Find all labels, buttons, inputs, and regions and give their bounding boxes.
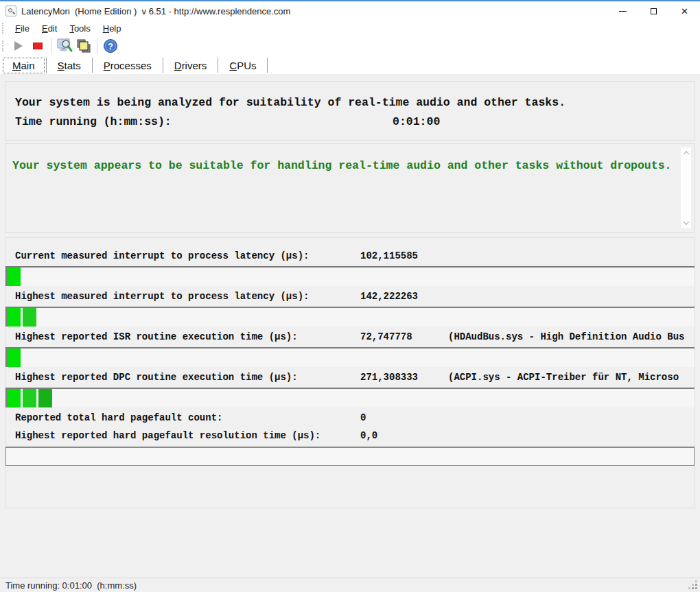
measurement-value: 72,747778 (360, 331, 448, 342)
measurement-label: Highest reported DPC routine execution t… (15, 372, 360, 383)
latency-bar (5, 266, 695, 286)
tab-separator (267, 58, 268, 73)
measurement-driver: (ACPI.sys - ACPI-Treiber für NT, Microso (448, 372, 695, 383)
tab-processes[interactable]: Processes (95, 58, 161, 73)
window-title: LatencyMon (Home Edition ) v 6.51 - http… (21, 6, 290, 16)
maximize-button[interactable] (638, 1, 669, 21)
bar-segment (23, 308, 36, 327)
measurement-row: Highest reported DPC routine execution t… (5, 372, 695, 383)
latency-bar (5, 307, 695, 327)
menu-tools[interactable]: Tools (63, 22, 96, 35)
menu-bar: File Edit Tools Help (0, 21, 700, 36)
analysis-status-line: Your system is being analyzed for suitab… (15, 96, 685, 110)
window-controls: ✕ (607, 1, 700, 21)
chevron-up-icon (683, 151, 688, 156)
bar-segment (7, 348, 21, 367)
menu-file-label: F (15, 23, 21, 34)
menu-help-label: H (103, 23, 109, 34)
magnifier-handle-icon (12, 12, 15, 14)
main-page: Your system is being analyzed for suitab… (0, 74, 700, 578)
menu-file[interactable]: File (9, 22, 36, 35)
resize-grip[interactable] (695, 587, 697, 589)
tab-stats[interactable]: Stats (49, 58, 90, 73)
copy-report-button[interactable] (74, 37, 93, 55)
menu-help[interactable]: Help (97, 22, 128, 35)
measurement-driver (448, 250, 695, 261)
help-icon: ? (103, 38, 118, 54)
latencymon-window: LatencyMon (Home Edition ) v 6.51 - http… (0, 0, 700, 592)
help-button[interactable]: ? (101, 37, 120, 55)
pagefault-time-value: 0,0 (360, 430, 448, 441)
bar-segment (7, 389, 21, 407)
bar-segment (7, 308, 21, 327)
tab-bar: Main Stats Processes Drivers CPUs (0, 56, 700, 74)
tab-separator (92, 58, 93, 73)
menu-edit[interactable]: Edit (36, 22, 63, 35)
toolbar-separator (51, 38, 51, 54)
toolbar-gripper (2, 40, 5, 51)
tab-separator (218, 58, 218, 73)
verdict-panel: Your system appears to be suitable for h… (5, 143, 695, 233)
tab-cpus[interactable]: CPUs (220, 58, 265, 73)
close-button[interactable]: ✕ (669, 1, 700, 21)
bar-segment (7, 268, 21, 286)
tab-separator (163, 58, 163, 73)
measurement-value: 142,222263 (360, 291, 448, 302)
measurement-label: Current measured interrupt to process la… (15, 250, 360, 261)
title-bar: LatencyMon (Home Edition ) v 6.51 - http… (0, 1, 700, 21)
stop-monitor-icon (33, 43, 43, 49)
start-monitor-button[interactable] (9, 37, 28, 55)
measurement-driver (448, 291, 695, 302)
minimize-icon (619, 11, 627, 12)
measurement-row: Current measured interrupt to process la… (5, 250, 695, 261)
measurement-label: Highest reported ISR routine execution t… (15, 331, 360, 342)
status-bar: Time running: 0:01:00 (h:mm:ss) (0, 578, 700, 592)
start-monitor-icon (14, 41, 23, 51)
scroll-up-button[interactable] (681, 147, 691, 158)
pagefault-time-label: Highest reported hard pagefault resoluti… (15, 430, 360, 441)
measurement-row: Highest reported ISR routine execution t… (5, 331, 695, 342)
toolbar: ? (0, 36, 700, 56)
menu-edit-label: E (42, 23, 48, 34)
time-running-value: 0:01:00 (393, 115, 440, 129)
latency-bar (5, 388, 695, 407)
pagefault-bar-empty (5, 447, 695, 466)
tab-main[interactable]: Main (3, 58, 44, 73)
maximize-icon (651, 8, 657, 14)
verdict-scrollbar[interactable] (681, 147, 691, 228)
stop-monitor-button[interactable] (28, 37, 47, 55)
pagefault-time-row: Highest reported hard pagefault resoluti… (5, 430, 695, 441)
menubar-gripper (2, 23, 5, 34)
measurement-value: 102,115585 (360, 250, 448, 261)
toolbar-separator (97, 38, 97, 54)
pagefault-count-label: Reported total hard pagefault count: (15, 412, 360, 423)
measurement-driver: (HDAudBus.sys - High Definition Audio Bu… (448, 331, 695, 342)
bar-segment (38, 389, 52, 407)
bar-segment (23, 389, 36, 407)
chevron-down-icon (683, 219, 688, 224)
analyze-button[interactable] (55, 37, 74, 55)
measurement-row: Highest measured interrupt to process la… (5, 291, 695, 302)
status-time-running: Time running: 0:01:00 (h:mm:ss) (0, 580, 137, 591)
tab-drivers[interactable]: Drivers (165, 58, 216, 73)
measurement-label: Highest measured interrupt to process la… (15, 291, 360, 302)
latency-bar (5, 347, 695, 367)
tab-separator (46, 58, 47, 73)
time-running-row: Time running (h:mm:ss): 0:01:00 (15, 115, 685, 129)
close-icon: ✕ (681, 7, 688, 16)
svg-text:?: ? (108, 41, 113, 51)
copy-report-icon (75, 38, 92, 54)
verdict-message: Your system appears to be suitable for h… (12, 159, 688, 172)
measurements-panel: Current measured interrupt to process la… (5, 237, 695, 508)
measurement-value: 271,308333 (360, 372, 448, 383)
time-running-label: Time running (h:mm:ss): (15, 115, 393, 129)
pagefault-count-row: Reported total hard pagefault count: 0 (5, 412, 695, 423)
analysis-status-panel: Your system is being analyzed for suitab… (5, 81, 695, 141)
analyze-icon (56, 38, 73, 54)
app-icon (5, 5, 16, 16)
pagefault-count-value: 0 (360, 412, 448, 423)
scroll-down-button[interactable] (681, 217, 691, 228)
minimize-button[interactable] (607, 1, 638, 21)
